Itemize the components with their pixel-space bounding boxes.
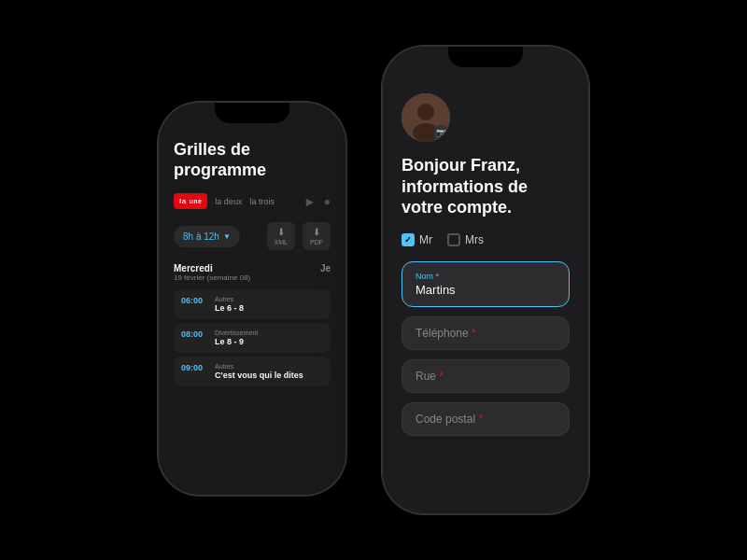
radio-mrs[interactable]: Mrs (447, 233, 484, 246)
greeting-text: Bonjour Franz, informations de votre com… (402, 155, 570, 218)
scene: Grilles de programme la une la deux la t… (0, 0, 747, 560)
prog-time-2: 09:00 (181, 363, 207, 372)
program-item-0[interactable]: 06:00 Autres Le 6 - 8 (174, 289, 331, 319)
prog-category-0: Autres (215, 296, 244, 302)
channel-trois[interactable]: la trois (249, 197, 275, 206)
download-pdf-icon: ⬇ (313, 227, 320, 237)
avatar[interactable]: 📷 (402, 93, 450, 142)
channel-une[interactable]: la une (174, 193, 207, 209)
export-xml-button[interactable]: ⬇ XML (267, 222, 295, 250)
right-phone: 📷 Bonjour Franz, informations de votre c… (383, 47, 588, 513)
time-selector-row: 8h à 12h ▼ ⬇ XML ⬇ PDF (174, 222, 331, 250)
prog-title-0: Le 6 - 8 (215, 303, 244, 313)
time-selector-button[interactable]: 8h à 12h ▼ (174, 226, 240, 247)
radio-mr-label: Mr (419, 233, 432, 246)
radio-mr[interactable]: Mr (402, 233, 432, 246)
gender-radio-group: Mr Mrs (402, 233, 570, 246)
field-nom[interactable]: Nom Martins (402, 261, 570, 307)
camera-icon: 📷 (433, 125, 448, 140)
svg-point-1 (417, 104, 434, 120)
date-header: Mercredi 19 février (semaine 08) Je (174, 263, 331, 282)
program-item-1[interactable]: 08:00 Divertissement Le 8 - 9 (174, 323, 331, 353)
radio-mrs-box[interactable] (447, 233, 460, 246)
left-screen: Grilles de programme la une la deux la t… (159, 103, 345, 495)
download-xml-icon: ⬇ (277, 227, 285, 237)
radio-mrs-label: Mrs (465, 233, 484, 246)
radio-mr-box[interactable] (402, 233, 415, 246)
date-weekday: Mercredi (174, 263, 250, 273)
phone-notch (215, 103, 289, 123)
xml-label: XML (275, 239, 288, 245)
prog-category-1: Divertissement (215, 329, 258, 336)
program-item-2[interactable]: 09:00 Autres C'est vous qui le dites (174, 357, 331, 386)
program-list: 06:00 Autres Le 6 - 8 08:00 Divertisseme… (174, 289, 331, 386)
field-code-postal-label: Code postal (416, 413, 556, 426)
left-phone: Grilles de programme la une la deux la t… (159, 103, 345, 495)
left-phone-title: Grilles de programme (174, 140, 331, 180)
right-phone-notch (448, 47, 523, 67)
prog-title-1: Le 8 - 9 (215, 337, 258, 346)
prog-category-2: Autres (215, 363, 303, 370)
field-telephone-label: Téléphone (416, 327, 556, 340)
channel-deux[interactable]: la deux (215, 197, 242, 206)
date-detail: 19 février (semaine 08) (174, 273, 250, 282)
prog-title-2: C'est vous qui le dites (215, 371, 303, 380)
field-telephone[interactable]: Téléphone (402, 316, 570, 350)
pdf-label: PDF (310, 239, 323, 245)
field-nom-label: Nom (416, 272, 556, 281)
field-nom-value: Martins (416, 283, 556, 297)
right-screen: 📷 Bonjour Franz, informations de votre c… (383, 47, 588, 513)
search-icon[interactable]: ● (324, 195, 331, 208)
export-buttons: ⬇ XML ⬇ PDF (267, 222, 331, 250)
channel-tabs: la une la deux la trois ► ● (174, 193, 331, 209)
date-next: Je (320, 263, 331, 282)
prog-time-0: 06:00 (181, 296, 207, 305)
field-code-postal[interactable]: Code postal (402, 402, 570, 436)
field-rue[interactable]: Rue (402, 359, 570, 393)
chevron-down-icon: ▼ (223, 232, 231, 241)
play-icon: ► (303, 194, 317, 209)
export-pdf-button[interactable]: ⬇ PDF (303, 222, 331, 250)
prog-time-1: 08:00 (181, 329, 207, 339)
time-label: 8h à 12h (183, 231, 219, 242)
field-rue-label: Rue (416, 370, 556, 383)
